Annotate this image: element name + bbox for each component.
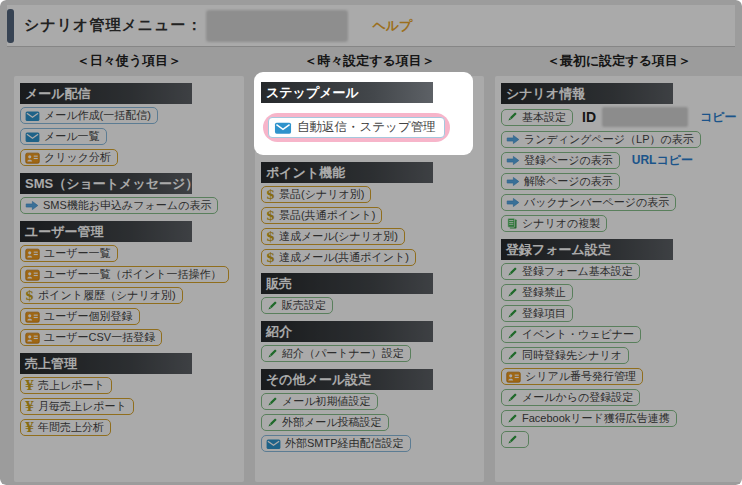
menu-button[interactable]: バックナンバーページの表示	[501, 194, 676, 211]
menu-item-row	[501, 431, 737, 448]
menu-button[interactable]: 紹介（パートナー）設定	[261, 345, 411, 362]
menu-item-row: 外部SMTP経由配信設定	[261, 435, 478, 452]
menu-button[interactable]: クリック分析	[20, 149, 118, 166]
dollar-icon: $	[25, 289, 34, 302]
menu-button[interactable]: ユーザー個別登録	[20, 308, 140, 325]
menu-button[interactable]: 基本設定	[501, 109, 573, 126]
menu-button-label: 同時登録先シナリオ	[522, 350, 622, 361]
menu-item-row: 外部メール投稿設定	[261, 414, 478, 431]
menu-button[interactable]: SMS機能お申込みフォームの表示	[20, 197, 218, 214]
menu-button[interactable]: ユーザーCSV一括登録	[20, 329, 162, 346]
column-card: ステップメール自動返信・ステップ管理ポイント機能$景品(シナリオ別)$景品(共通…	[255, 76, 484, 482]
menu-button[interactable]: ¥年間売上分析	[20, 419, 111, 436]
menu-item-row: $景品(共通ポイント)	[261, 207, 478, 224]
menu-button[interactable]: $景品(共通ポイント)	[261, 207, 382, 224]
menu-button[interactable]: 登録ページの表示	[501, 152, 620, 169]
menu-button[interactable]: ¥月毎売上レポート	[20, 398, 134, 415]
redacted-scenario-id	[602, 107, 688, 127]
copy-link[interactable]: コピー	[700, 109, 737, 126]
menu-button[interactable]: 同時登録先シナリオ	[501, 347, 629, 364]
header-accent-bar	[7, 9, 14, 43]
column-card: シナリオ情報基本設定IDコピーランディングページ（LP）の表示登録ページの表示U…	[495, 76, 742, 482]
section-heading: SMS（ショートメッセージ）配信	[20, 173, 192, 194]
menu-item-row: シナリオの複製	[501, 215, 737, 232]
menu-button-label: メール初期値設定	[282, 396, 371, 407]
scenario-id-label: ID	[582, 109, 596, 125]
menu-button[interactable]: メールからの登録設定	[501, 389, 640, 406]
menu-button-label: ユーザー一覧（ポイント一括操作）	[44, 269, 222, 280]
menu-button-label: ランディングページ（LP）の表示	[524, 134, 694, 145]
pencil-icon	[506, 266, 518, 278]
help-link[interactable]: ヘルプ	[372, 17, 412, 35]
id-badge-icon	[25, 269, 40, 281]
page-title: シナリオ管理メニュー：	[24, 16, 202, 35]
menu-button-label: シリアル番号発行管理	[525, 371, 636, 382]
menu-item-row: シリアル番号発行管理	[501, 368, 737, 385]
pencil-icon	[266, 417, 278, 429]
yen-icon: ¥	[25, 379, 34, 392]
menu-button[interactable]: ¥売上レポート	[20, 377, 112, 394]
menu-button[interactable]: メール初期値設定	[261, 393, 378, 410]
menu-button[interactable]: $達成メール(共通ポイント)	[261, 249, 416, 266]
menu-button[interactable]: $達成メール(シナリオ別)	[261, 228, 405, 245]
menu-button[interactable]: ランディングページ（LP）の表示	[501, 131, 701, 148]
pencil-icon	[506, 287, 518, 299]
menu-button-label: 達成メール(共通ポイント)	[279, 252, 409, 263]
arrow-icon	[506, 155, 520, 166]
menu-button-label: 自動返信・ステップ管理	[297, 121, 436, 134]
menu-item-row: ユーザー一覧（ポイント一括操作）	[20, 266, 238, 283]
menu-button[interactable]: ユーザー一覧（ポイント一括操作）	[20, 266, 229, 283]
menu-button[interactable]: メール一覧	[20, 128, 107, 145]
menu-button[interactable]: ユーザー一覧	[20, 245, 118, 262]
menu-item-row: $景品(シナリオ別)	[261, 186, 478, 203]
url-copy-link[interactable]: URLコピー	[632, 152, 693, 169]
menu-button[interactable]: 外部SMTP経由配信設定	[261, 435, 411, 452]
menu-button[interactable]: $景品(シナリオ別)	[261, 186, 371, 203]
menu-button-label: 解除ページの表示	[524, 176, 613, 187]
column-title: ＜時々設定する項目＞	[255, 52, 484, 70]
pencil-icon	[506, 392, 518, 404]
dollar-icon: $	[266, 230, 275, 243]
menu-item-row: メール一覧	[20, 128, 238, 145]
menu-item-row: メール作成(一括配信)	[20, 107, 238, 124]
menu-button-label: ポイント履歴（シナリオ別)	[38, 290, 176, 301]
dollar-icon: $	[266, 209, 275, 222]
menu-button-label: 登録フォーム基本設定	[522, 266, 633, 277]
menu-button[interactable]: 外部メール投稿設定	[261, 414, 389, 431]
step-mail-management-button[interactable]: 自動返信・ステップ管理	[268, 117, 445, 138]
menu-item-row: 自動返信・ステップ管理	[261, 106, 466, 142]
pencil-icon	[266, 348, 278, 360]
arrow-icon	[25, 200, 39, 211]
column-title: ＜最初に設定する項目＞	[495, 52, 742, 70]
menu-item-row: $達成メール(共通ポイント)	[261, 249, 478, 266]
menu-item-row: SMS機能お申込みフォームの表示	[20, 197, 238, 214]
mail-icon	[25, 131, 40, 143]
dollar-icon: $	[266, 188, 275, 201]
menu-item-row: 登録ページの表示URLコピー	[501, 152, 737, 169]
menu-button[interactable]: 登録禁止	[501, 284, 573, 301]
menu-button[interactable]: 販売設定	[261, 297, 333, 314]
column-daily-items: ＜日々使う項目＞ メール配信メール作成(一括配信)メール一覧クリック分析SMS（…	[14, 52, 244, 482]
menu-item-row: 同時登録先シナリオ	[501, 347, 737, 364]
menu-button[interactable]: 登録フォーム基本設定	[501, 263, 640, 280]
menu-button[interactable]: メール作成(一括配信)	[20, 107, 158, 124]
menu-button-label: 基本設定	[522, 112, 566, 123]
menu-button-label: 紹介（パートナー）設定	[282, 348, 404, 359]
menu-button[interactable]: イベント・ウェビナー	[501, 326, 641, 343]
column-occasional-items: ＜時々設定する項目＞ ステップメール自動返信・ステップ管理ポイント機能$景品(シ…	[255, 52, 484, 482]
menu-button[interactable]: シリアル番号発行管理	[501, 368, 643, 385]
menu-button[interactable]: $ポイント履歴（シナリオ別)	[20, 287, 183, 304]
menu-button-label: バックナンバーページの表示	[524, 197, 669, 208]
menu-button[interactable]: 登録項目	[501, 305, 573, 322]
menu-button[interactable]	[501, 431, 529, 448]
menu-button-label: 年間売上分析	[38, 422, 104, 433]
section-heading: ユーザー管理	[20, 221, 192, 242]
menu-button[interactable]: シナリオの複製	[501, 215, 607, 232]
menu-button[interactable]: Facebookリード獲得広告連携	[501, 410, 677, 427]
menu-button[interactable]: 解除ページの表示	[501, 173, 620, 190]
menu-button-label: 登録禁止	[522, 287, 566, 298]
id-badge-icon	[25, 311, 40, 323]
pencil-icon	[266, 300, 278, 312]
menu-item-row: ¥月毎売上レポート	[20, 398, 238, 415]
menu-button-label: ユーザー個別登録	[44, 311, 133, 322]
